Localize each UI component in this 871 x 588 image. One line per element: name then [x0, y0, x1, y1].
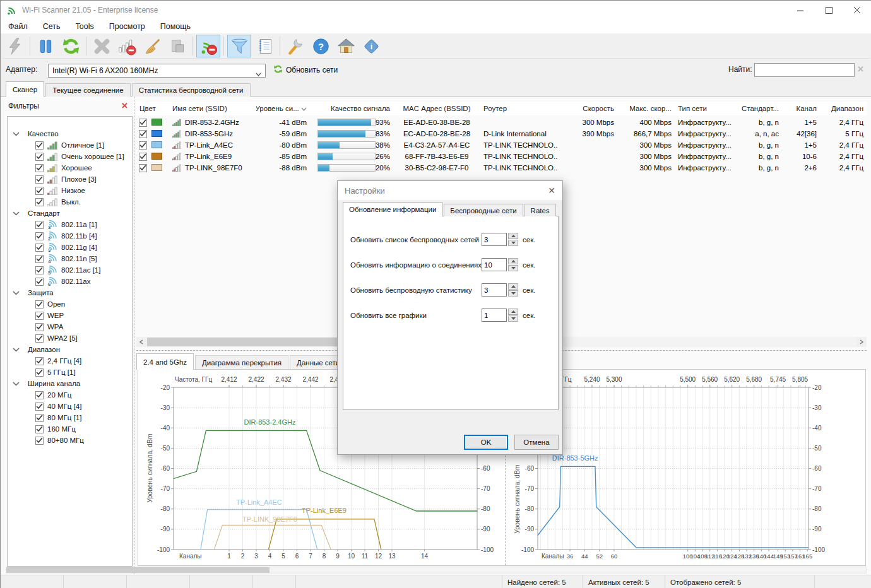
filter-item[interactable]: WEP [8, 310, 132, 321]
spin-down-icon[interactable] [508, 315, 518, 322]
filter-item[interactable]: Очень хорошее [1] [8, 151, 132, 162]
checkbox-checked-icon[interactable] [139, 164, 147, 172]
chevron-down-icon[interactable] [13, 381, 20, 386]
toolbar-cleanup-button[interactable] [140, 35, 164, 57]
scroll-right-icon[interactable] [856, 337, 867, 347]
toolbar-refresh-button[interactable] [59, 35, 83, 57]
spin-up-icon[interactable] [508, 309, 518, 315]
checkbox-checked-icon[interactable] [139, 141, 147, 150]
table-row[interactable]: DIR-853-5GHz-59 dBm83%EC-AD-E0-28-BE-28D… [136, 128, 867, 139]
checkbox-checked-icon[interactable] [35, 153, 44, 161]
search-input[interactable] [754, 63, 855, 77]
checkbox-checked-icon[interactable] [35, 164, 44, 172]
column-header-band[interactable]: Диапазон [820, 102, 867, 115]
checkbox-checked-icon[interactable] [35, 437, 44, 445]
toolbar-home-button[interactable] [334, 35, 358, 57]
column-header-speed[interactable]: Скорость [557, 102, 617, 115]
checkbox-checked-icon[interactable] [35, 244, 44, 252]
filter-group-Защита[interactable]: Защита [8, 287, 132, 298]
interval-input[interactable] [482, 258, 507, 271]
dialog-tab-0[interactable]: Обновление информации [343, 202, 442, 216]
filter-item[interactable]: 5802.11ac [1] [8, 264, 132, 276]
toolbar-help-button[interactable]: ? [309, 35, 333, 57]
filter-item[interactable]: WPA2 [5] [8, 332, 132, 344]
checkbox-checked-icon[interactable] [35, 334, 44, 343]
table-row[interactable]: DIR-853-2.4GHz-41 dBm93%EE-AD-E0-38-BE-2… [136, 117, 867, 128]
table-row[interactable]: TP-Link_A4EC-80 dBm38%E4-C3-2A-57-A4-ECT… [136, 139, 867, 151]
column-header-standard[interactable]: Стандарт... [734, 102, 782, 115]
checkbox-checked-icon[interactable] [35, 187, 44, 195]
checkbox-checked-icon[interactable] [35, 312, 44, 320]
filter-item[interactable]: 6802.11ax [8, 276, 132, 287]
filter-item[interactable]: Хорошее [8, 162, 132, 173]
tab-current-connection[interactable]: Текущее соединение [45, 83, 130, 97]
menu-item-file[interactable]: Файл [1, 22, 35, 31]
interval-input[interactable] [482, 309, 507, 322]
filters-close-icon[interactable]: ✕ [121, 101, 128, 110]
table-row[interactable]: TP-Link_E6E9-85 dBm26%68-FF-7B-43-E6-E9T… [136, 151, 867, 162]
toolbar-inactive-networks-button[interactable] [196, 35, 220, 57]
scroll-left-icon[interactable] [136, 337, 146, 347]
filter-item[interactable]: Выкл. [8, 196, 132, 208]
filter-item[interactable]: Низкое [8, 185, 132, 196]
dialog-close-icon[interactable]: ✕ [548, 185, 555, 196]
toolbar-delete-button[interactable] [90, 35, 114, 57]
checkbox-checked-icon[interactable] [35, 175, 44, 184]
toolbar-pause-button[interactable] [33, 35, 57, 57]
column-header-max_speed[interactable]: Макс. скор... [617, 102, 675, 115]
filter-item[interactable]: 2802.11b [4] [8, 230, 132, 242]
checkbox-checked-icon[interactable] [35, 141, 44, 150]
column-header-quality[interactable]: Качество сигнала [310, 102, 393, 115]
adapter-select[interactable]: Intel(R) Wi-Fi 6 AX200 160MHz [48, 64, 266, 78]
interval-input[interactable] [482, 283, 507, 297]
filter-item[interactable]: Open [8, 298, 132, 310]
column-header-ssid[interactable]: Имя сети (SSID) [169, 102, 256, 115]
column-header-color[interactable]: Цвет [136, 102, 169, 115]
toolbar-filter-button[interactable] [227, 35, 251, 57]
filter-item[interactable]: 3802.11g [4] [8, 242, 132, 253]
checkbox-checked-icon[interactable] [35, 391, 44, 399]
chevron-down-icon[interactable] [13, 290, 20, 295]
column-header-router[interactable]: Роутер [480, 102, 557, 115]
chart-tab-0[interactable]: 2.4 and 5Ghz [136, 353, 194, 370]
filter-item[interactable]: 160 МГц [8, 423, 132, 435]
toolbar-paste-button[interactable] [165, 35, 189, 57]
checkbox-checked-icon[interactable] [35, 323, 44, 331]
spin-up-icon[interactable] [508, 283, 518, 290]
toolbar-settings-button[interactable] [283, 35, 307, 57]
toolbar-journal-button[interactable] [252, 35, 276, 57]
ok-button[interactable]: OK [464, 435, 508, 450]
filter-item[interactable]: 80 МГц [1] [8, 412, 132, 423]
filter-item[interactable]: 80+80 МГц [8, 435, 132, 446]
column-header-level[interactable]: Уровень си... [256, 102, 310, 115]
dialog-tab-2[interactable]: Rates [524, 204, 556, 216]
menu-item-view[interactable]: Просмотр [102, 22, 153, 31]
chart-tab-1[interactable]: Диаграмма перекрытия [195, 355, 288, 369]
filter-item[interactable]: 5 ГГц [1] [8, 367, 132, 378]
checkbox-checked-icon[interactable] [35, 300, 44, 309]
checkbox-checked-icon[interactable] [35, 266, 44, 274]
column-header-mac[interactable]: MAC Адрес (BSSID) [393, 102, 480, 115]
chevron-down-icon[interactable] [13, 131, 20, 136]
toolbar-scan-button[interactable] [3, 35, 27, 57]
checkbox-checked-icon[interactable] [35, 278, 44, 286]
checkbox-checked-icon[interactable] [35, 255, 44, 263]
column-header-net_type[interactable]: Тип сети [675, 102, 734, 115]
cancel-button[interactable]: Отмена [514, 435, 559, 450]
checkbox-checked-icon[interactable] [35, 357, 44, 365]
minimize-button[interactable] [786, 1, 815, 20]
spin-up-icon[interactable] [508, 258, 518, 264]
filters-splitter[interactable] [134, 97, 134, 574]
menu-item-help[interactable]: Помощь [153, 22, 198, 31]
checkbox-checked-icon[interactable] [139, 119, 147, 127]
checkbox-checked-icon[interactable] [139, 153, 147, 161]
filter-group-Стандарт[interactable]: Стандарт [8, 208, 132, 219]
filter-item[interactable]: 3802.11a [1] [8, 219, 132, 230]
spin-up-icon[interactable] [508, 233, 518, 239]
checkbox-checked-icon[interactable] [35, 403, 44, 411]
refresh-networks-button[interactable]: Обновить сети [273, 64, 338, 76]
filter-item[interactable]: 4802.11n [5] [8, 253, 132, 264]
filter-item[interactable]: Плохое [3] [8, 173, 132, 185]
filter-group-Качество[interactable]: Качество [8, 128, 132, 139]
maximize-button[interactable] [815, 1, 843, 20]
